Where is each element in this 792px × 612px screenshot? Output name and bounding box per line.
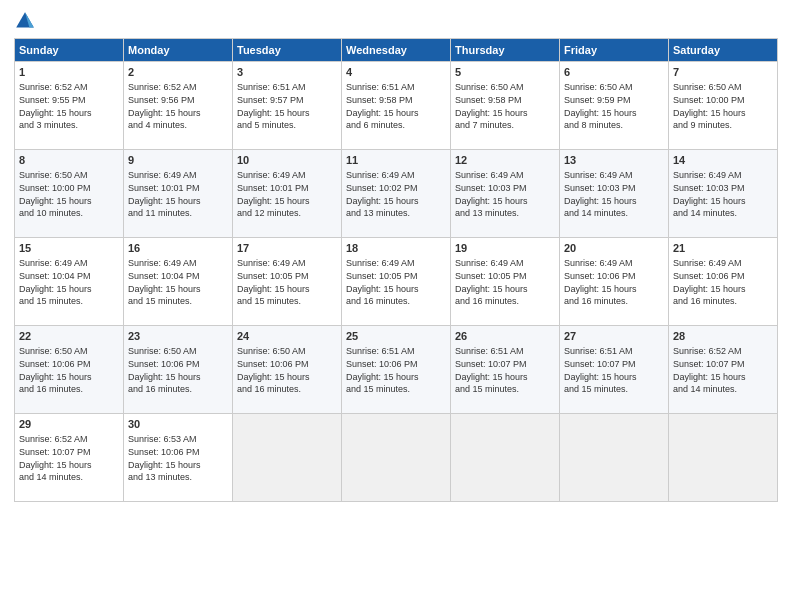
day-info-line: Daylight: 15 hours [128, 371, 228, 384]
day-number: 5 [455, 65, 555, 80]
day-info-line: and 14 minutes. [673, 383, 773, 396]
calendar-table: SundayMondayTuesdayWednesdayThursdayFrid… [14, 38, 778, 502]
day-info-line: Sunset: 10:06 PM [346, 358, 446, 371]
day-info-line: Daylight: 15 hours [237, 195, 337, 208]
table-row [669, 414, 778, 502]
calendar-header-row: SundayMondayTuesdayWednesdayThursdayFrid… [15, 39, 778, 62]
day-info-line: Sunrise: 6:51 AM [455, 345, 555, 358]
day-info-line: Daylight: 15 hours [564, 283, 664, 296]
table-row [342, 414, 451, 502]
day-info-line: Sunrise: 6:50 AM [455, 81, 555, 94]
day-number: 28 [673, 329, 773, 344]
table-row [451, 414, 560, 502]
day-info-line: Daylight: 15 hours [128, 195, 228, 208]
day-number: 17 [237, 241, 337, 256]
day-info-line: Sunrise: 6:52 AM [19, 81, 119, 94]
day-info-line: Sunset: 9:56 PM [128, 94, 228, 107]
day-info-line: Daylight: 15 hours [128, 107, 228, 120]
day-info-line: Sunrise: 6:49 AM [673, 257, 773, 270]
day-info-line: Daylight: 15 hours [128, 459, 228, 472]
day-number: 22 [19, 329, 119, 344]
page: SundayMondayTuesdayWednesdayThursdayFrid… [0, 0, 792, 612]
day-info-line: Sunset: 10:07 PM [673, 358, 773, 371]
table-row: 9Sunrise: 6:49 AMSunset: 10:01 PMDayligh… [124, 150, 233, 238]
table-row: 2Sunrise: 6:52 AMSunset: 9:56 PMDaylight… [124, 62, 233, 150]
day-info-line: Sunrise: 6:51 AM [237, 81, 337, 94]
day-info-line: Sunset: 10:05 PM [237, 270, 337, 283]
day-info-line: and 16 minutes. [455, 295, 555, 308]
day-info-line: and 10 minutes. [19, 207, 119, 220]
day-number: 3 [237, 65, 337, 80]
day-info-line: and 11 minutes. [128, 207, 228, 220]
day-info-line: Daylight: 15 hours [19, 459, 119, 472]
day-info-line: Sunset: 10:06 PM [564, 270, 664, 283]
day-info-line: and 16 minutes. [237, 383, 337, 396]
table-row [233, 414, 342, 502]
day-number: 24 [237, 329, 337, 344]
day-info-line: Sunrise: 6:50 AM [564, 81, 664, 94]
day-info-line: Sunset: 10:00 PM [673, 94, 773, 107]
day-info-line: Daylight: 15 hours [673, 371, 773, 384]
day-info-line: Sunrise: 6:52 AM [19, 433, 119, 446]
calendar-week-row: 22Sunrise: 6:50 AMSunset: 10:06 PMDaylig… [15, 326, 778, 414]
day-info-line: Daylight: 15 hours [455, 283, 555, 296]
day-info-line: Sunset: 9:58 PM [346, 94, 446, 107]
day-info-line: Daylight: 15 hours [19, 195, 119, 208]
day-number: 4 [346, 65, 446, 80]
day-info-line: Sunrise: 6:50 AM [673, 81, 773, 94]
day-info-line: and 13 minutes. [455, 207, 555, 220]
day-number: 20 [564, 241, 664, 256]
day-info-line: and 13 minutes. [346, 207, 446, 220]
day-number: 10 [237, 153, 337, 168]
calendar-header-wednesday: Wednesday [342, 39, 451, 62]
table-row: 12Sunrise: 6:49 AMSunset: 10:03 PMDaylig… [451, 150, 560, 238]
table-row: 27Sunrise: 6:51 AMSunset: 10:07 PMDaylig… [560, 326, 669, 414]
table-row: 10Sunrise: 6:49 AMSunset: 10:01 PMDaylig… [233, 150, 342, 238]
table-row: 18Sunrise: 6:49 AMSunset: 10:05 PMDaylig… [342, 238, 451, 326]
day-info-line: Sunset: 10:03 PM [564, 182, 664, 195]
day-info-line: Sunset: 9:57 PM [237, 94, 337, 107]
day-info-line: Sunrise: 6:50 AM [128, 345, 228, 358]
day-info-line: Sunrise: 6:49 AM [237, 169, 337, 182]
table-row: 16Sunrise: 6:49 AMSunset: 10:04 PMDaylig… [124, 238, 233, 326]
day-number: 19 [455, 241, 555, 256]
day-info-line: and 14 minutes. [673, 207, 773, 220]
day-number: 29 [19, 417, 119, 432]
day-info-line: Sunset: 10:05 PM [455, 270, 555, 283]
day-info-line: Daylight: 15 hours [564, 107, 664, 120]
table-row: 24Sunrise: 6:50 AMSunset: 10:06 PMDaylig… [233, 326, 342, 414]
table-row: 19Sunrise: 6:49 AMSunset: 10:05 PMDaylig… [451, 238, 560, 326]
generalblue-logo-icon [14, 10, 36, 32]
calendar-header-tuesday: Tuesday [233, 39, 342, 62]
day-info-line: Daylight: 15 hours [673, 107, 773, 120]
table-row: 4Sunrise: 6:51 AMSunset: 9:58 PMDaylight… [342, 62, 451, 150]
table-row: 29Sunrise: 6:52 AMSunset: 10:07 PMDaylig… [15, 414, 124, 502]
day-number: 25 [346, 329, 446, 344]
day-info-line: and 16 minutes. [19, 383, 119, 396]
calendar-header-friday: Friday [560, 39, 669, 62]
day-number: 9 [128, 153, 228, 168]
table-row: 6Sunrise: 6:50 AMSunset: 9:59 PMDaylight… [560, 62, 669, 150]
calendar-week-row: 15Sunrise: 6:49 AMSunset: 10:04 PMDaylig… [15, 238, 778, 326]
day-info-line: Sunrise: 6:51 AM [346, 81, 446, 94]
day-info-line: and 7 minutes. [455, 119, 555, 132]
day-info-line: Daylight: 15 hours [346, 283, 446, 296]
day-info-line: and 8 minutes. [564, 119, 664, 132]
table-row: 13Sunrise: 6:49 AMSunset: 10:03 PMDaylig… [560, 150, 669, 238]
day-info-line: and 15 minutes. [455, 383, 555, 396]
day-info-line: and 5 minutes. [237, 119, 337, 132]
day-info-line: Daylight: 15 hours [346, 107, 446, 120]
day-info-line: and 14 minutes. [564, 207, 664, 220]
day-info-line: Sunset: 10:02 PM [346, 182, 446, 195]
day-info-line: and 4 minutes. [128, 119, 228, 132]
table-row: 14Sunrise: 6:49 AMSunset: 10:03 PMDaylig… [669, 150, 778, 238]
day-info-line: Sunset: 9:58 PM [455, 94, 555, 107]
day-info-line: Sunset: 10:06 PM [673, 270, 773, 283]
day-number: 6 [564, 65, 664, 80]
table-row: 5Sunrise: 6:50 AMSunset: 9:58 PMDaylight… [451, 62, 560, 150]
day-info-line: Sunrise: 6:51 AM [564, 345, 664, 358]
table-row: 23Sunrise: 6:50 AMSunset: 10:06 PMDaylig… [124, 326, 233, 414]
day-info-line: and 9 minutes. [673, 119, 773, 132]
table-row: 26Sunrise: 6:51 AMSunset: 10:07 PMDaylig… [451, 326, 560, 414]
day-info-line: Daylight: 15 hours [346, 371, 446, 384]
